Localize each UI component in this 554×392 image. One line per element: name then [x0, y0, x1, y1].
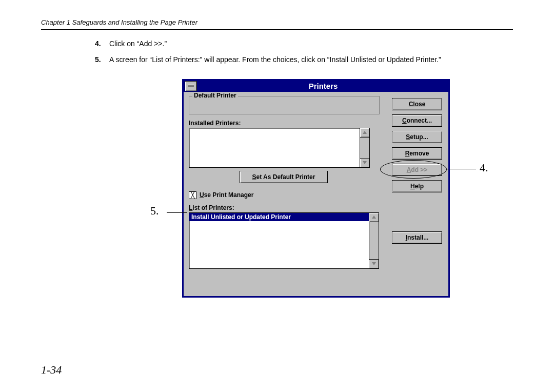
- scroll-down-icon[interactable]: [369, 259, 379, 268]
- default-printer-label: Default Printer: [192, 92, 238, 99]
- callout-5: 5.: [150, 204, 159, 218]
- install-button[interactable]: Install...: [392, 231, 442, 244]
- checkbox-icon[interactable]: ╳: [189, 191, 196, 199]
- installed-printers-listbox[interactable]: [189, 128, 360, 168]
- chapter-header: Chapter 1 Safeguards and Installing the …: [41, 18, 513, 30]
- scroll-down-icon[interactable]: [360, 158, 369, 167]
- help-button[interactable]: Help: [392, 180, 442, 192]
- close-button[interactable]: Close: [392, 98, 442, 110]
- set-default-printer-button[interactable]: Set As Default Printer: [240, 171, 328, 183]
- step-text: Click on “Add >>.”: [109, 39, 503, 49]
- instruction-steps: 4. Click on “Add >>.” 5. A screen for “L…: [95, 39, 503, 65]
- setup-button[interactable]: Setup...: [392, 131, 442, 143]
- step-number: 4.: [95, 39, 109, 49]
- use-print-manager-label: Use Print Manager: [200, 191, 253, 199]
- default-printer-group: Default Printer: [189, 96, 380, 114]
- step-4: 4. Click on “Add >>.”: [95, 39, 503, 49]
- selected-printer-item[interactable]: Install Unlisted or Updated Printer: [189, 213, 369, 221]
- printers-dialog: Printers Default Printer Installed Print…: [182, 79, 450, 298]
- step-number: 5.: [95, 55, 109, 65]
- callout-line-4: [446, 169, 476, 169]
- scrollbar[interactable]: [369, 212, 379, 269]
- connect-button[interactable]: Connect...: [392, 114, 442, 127]
- installed-printers-area: Installed Printers: Set As Default Print…: [189, 120, 379, 187]
- callout-line-5: [167, 212, 187, 213]
- remove-button[interactable]: Remove: [392, 147, 442, 160]
- list-of-printers-label: List of Printers:: [189, 204, 443, 211]
- page-number: 1-34: [41, 363, 62, 377]
- step-text: A screen for “List of Printers:” will ap…: [109, 55, 503, 65]
- step-5: 5. A screen for “List of Printers:” will…: [95, 55, 503, 65]
- add-button[interactable]: Add >>: [392, 164, 442, 176]
- install-button-wrap: Install...: [392, 231, 442, 248]
- window-title: Printers: [198, 82, 448, 90]
- button-column: Close Connect... Setup... Remove Add >> …: [392, 98, 442, 197]
- scroll-up-icon[interactable]: [360, 128, 369, 138]
- callout-4: 4.: [480, 161, 488, 174]
- system-menu-icon[interactable]: [185, 81, 197, 91]
- scrollbar[interactable]: [360, 128, 370, 168]
- list-of-printers-listbox[interactable]: Install Unlisted or Updated Printer: [189, 212, 369, 269]
- title-bar[interactable]: Printers: [184, 81, 448, 92]
- scroll-up-icon[interactable]: [369, 213, 379, 222]
- installed-printers-label: Installed Printers:: [189, 120, 379, 127]
- client-area: Default Printer Installed Printers:: [184, 92, 448, 296]
- figure-container: Printers Default Printer Installed Print…: [182, 79, 454, 298]
